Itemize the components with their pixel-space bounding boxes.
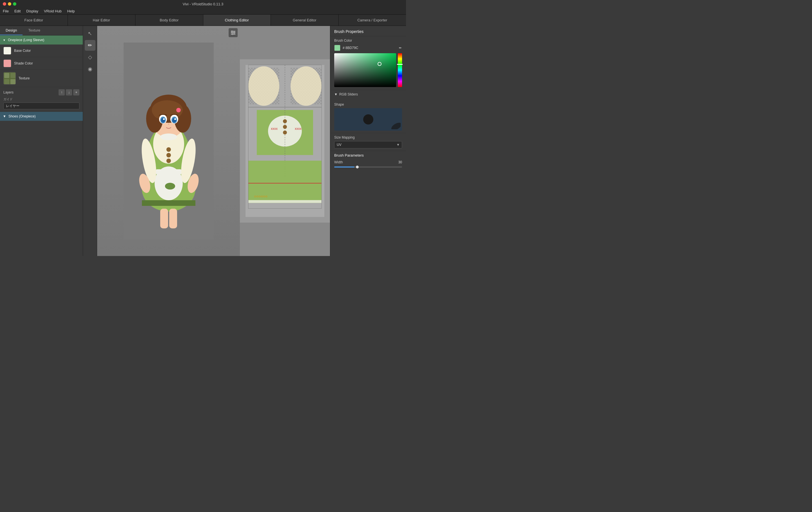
svg-rect-4	[10, 79, 16, 84]
width-slider-thumb[interactable]	[356, 166, 359, 168]
svg-point-66	[283, 119, 287, 123]
shape-label: Shape	[334, 103, 402, 107]
color-picker-area[interactable]	[334, 53, 402, 87]
select-tool-button[interactable]: ↖	[85, 28, 95, 39]
layer-down-button[interactable]: ↓	[66, 89, 72, 95]
shoes-section-header[interactable]: ▼ Shoes (Onepiece)	[0, 112, 83, 121]
width-value: 30	[394, 160, 402, 164]
base-color-row[interactable]: Base Color	[0, 45, 83, 57]
svg-rect-40	[169, 209, 177, 228]
menu-file[interactable]: File	[3, 9, 9, 13]
svg-point-55	[291, 66, 322, 106]
uv-display: xxxx xxxx ✿✿✿✿✿✿	[240, 26, 330, 256]
texture-label: Texture	[19, 76, 30, 80]
svg-rect-65	[248, 200, 322, 203]
svg-point-68	[283, 131, 287, 135]
svg-point-32	[160, 134, 177, 140]
tab-face-editor[interactable]: Face Editor	[0, 15, 68, 26]
svg-rect-38	[142, 200, 195, 206]
brush-color-hex: # 8BD79C	[343, 46, 397, 50]
width-slider-row	[334, 166, 402, 168]
layer-add-button[interactable]: +	[73, 89, 79, 95]
svg-point-25	[163, 118, 165, 120]
svg-rect-1	[4, 73, 9, 78]
svg-point-67	[283, 125, 287, 129]
hue-indicator	[397, 64, 403, 65]
titlebar: Vivi - VRoidStudio 0.11.3	[0, 0, 406, 8]
brush-stroke-preview	[386, 121, 401, 129]
base-color-swatch[interactable]	[3, 47, 11, 55]
svg-point-34	[166, 153, 171, 158]
menu-vroid-hub[interactable]: VRoid Hub	[44, 9, 62, 13]
color-gradient[interactable]	[334, 53, 396, 87]
svg-point-27	[168, 124, 169, 125]
sub-tabs: Design Texture	[0, 26, 83, 35]
brush-color-preview[interactable]	[334, 45, 340, 51]
tab-hair-editor[interactable]: Hair Editor	[68, 15, 136, 26]
size-mapping-select[interactable]: UV Screen	[334, 141, 402, 148]
svg-point-45	[234, 32, 235, 33]
svg-rect-39	[160, 209, 168, 228]
tab-clothing-editor[interactable]: Clothing Editor	[203, 15, 271, 26]
hue-slider[interactable]	[398, 53, 402, 87]
onepiece-section-header[interactable]: ▼ Onepiece (Long Sleeve)	[0, 35, 83, 45]
brush-tool-button[interactable]: ✏	[85, 40, 95, 51]
character-area	[97, 26, 240, 256]
svg-point-26	[174, 118, 176, 120]
layers-label: Layers	[3, 90, 13, 94]
viewport-3d[interactable]	[97, 26, 240, 256]
tab-body-editor[interactable]: Body Editor	[136, 15, 203, 26]
layers-header: Layers ↑ ↓ +	[3, 89, 79, 95]
svg-point-46	[232, 33, 233, 35]
fill-tool-button[interactable]: ◉	[85, 64, 95, 74]
sub-tab-texture[interactable]: Texture	[23, 26, 46, 35]
viewport-settings-button[interactable]	[229, 28, 238, 37]
shade-color-swatch[interactable]	[3, 59, 11, 67]
base-color-label: Base Color	[14, 49, 31, 53]
uv-panel[interactable]: xxxx xxxx ✿✿✿✿✿✿	[240, 26, 330, 256]
eraser-icon: ◇	[88, 54, 92, 60]
minimize-button[interactable]	[8, 2, 11, 6]
rgb-header[interactable]: ▼ RGB Sliders	[334, 92, 402, 96]
character-svg	[124, 42, 214, 240]
svg-rect-2	[10, 73, 16, 78]
layer-up-button[interactable]: ↑	[59, 89, 65, 95]
maximize-button[interactable]	[13, 2, 16, 6]
shape-preview	[334, 108, 402, 131]
menu-display[interactable]: Display	[26, 9, 38, 13]
svg-point-33	[166, 147, 171, 152]
menu-edit[interactable]: Edit	[14, 9, 21, 13]
svg-text:✿✿✿✿✿✿: ✿✿✿✿✿✿	[254, 195, 267, 198]
close-button[interactable]	[3, 2, 6, 6]
sub-tab-design[interactable]: Design	[0, 26, 23, 35]
eraser-tool-button[interactable]: ◇	[85, 52, 95, 62]
layers-section: Layers ↑ ↓ + ガイド	[0, 87, 83, 112]
tab-general-editor[interactable]: General Editor	[271, 15, 339, 26]
texture-row[interactable]: Texture	[0, 70, 83, 87]
svg-text:xxxx: xxxx	[295, 127, 301, 131]
settings-icon	[231, 30, 236, 35]
layer-name-input[interactable]	[3, 103, 79, 109]
width-slider-track[interactable]	[334, 166, 402, 168]
shade-color-row[interactable]: Shade Color	[0, 57, 83, 70]
fill-icon: ◉	[88, 66, 92, 72]
tab-camera-exporter[interactable]: Camera / Exporter	[339, 15, 406, 26]
layers-controls: ↑ ↓ +	[59, 89, 79, 95]
menu-help[interactable]: Help	[67, 9, 75, 13]
eyedropper-button[interactable]: ✒	[399, 46, 402, 50]
width-label: Width	[334, 160, 392, 164]
brush-params-label: Brush Parameters	[334, 153, 402, 158]
right-panel: Brush Properties Brush Color # 8BD79C ✒	[330, 26, 406, 256]
rgb-chevron-icon: ▼	[334, 92, 338, 96]
texture-thumbnail	[3, 72, 16, 84]
size-mapping-select-wrapper: UV Screen ▼	[334, 141, 402, 148]
svg-point-18	[176, 108, 181, 112]
onepiece-chevron-icon: ▼	[3, 38, 6, 42]
menubar: File Edit Display VRoid Hub Help	[0, 8, 406, 15]
traffic-lights	[3, 2, 16, 6]
svg-rect-36	[156, 169, 181, 174]
size-mapping-label: Size Mapping	[334, 136, 402, 139]
tool-panel: ↖ ✏ ◇ ◉	[83, 26, 97, 256]
select-icon: ↖	[88, 30, 92, 37]
panel-content: ▼ Onepiece (Long Sleeve) Base Color Shad…	[0, 35, 83, 256]
